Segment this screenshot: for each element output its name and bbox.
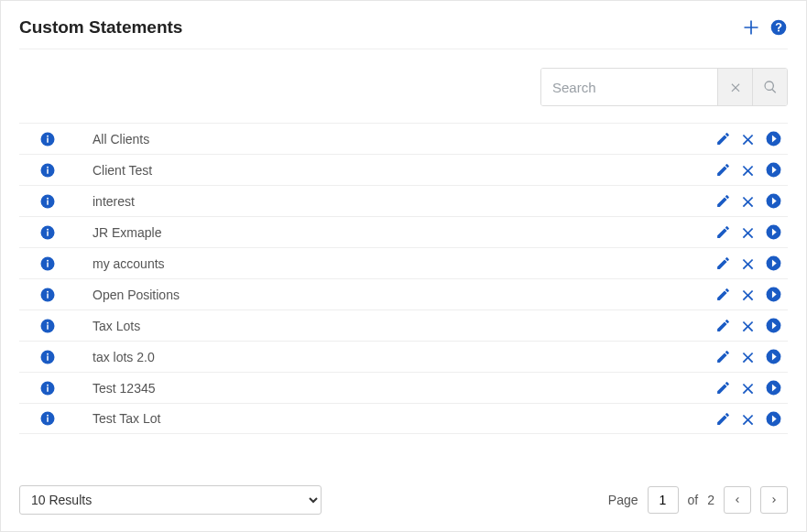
delete-icon[interactable]: [740, 380, 756, 396]
info-icon[interactable]: [39, 349, 56, 365]
list-item: JR Exmaple: [19, 216, 788, 247]
edit-icon[interactable]: [715, 255, 731, 271]
run-icon[interactable]: [765, 348, 782, 365]
run-icon[interactable]: [765, 192, 782, 210]
row-info-cell: [39, 287, 93, 303]
list-item: All Clients: [19, 123, 788, 154]
svg-rect-38: [47, 418, 49, 422]
delete-icon[interactable]: [740, 411, 756, 427]
add-icon[interactable]: [742, 18, 760, 37]
page-total: 2: [707, 493, 714, 507]
info-icon[interactable]: [39, 131, 56, 147]
row-info-cell: [39, 349, 93, 365]
list-item: interest: [19, 185, 788, 216]
row-info-cell: [39, 410, 93, 427]
list-item: Open Positions: [19, 278, 788, 309]
info-icon[interactable]: [39, 224, 56, 241]
info-icon[interactable]: [39, 193, 56, 210]
run-icon[interactable]: [765, 130, 782, 147]
svg-rect-18: [47, 262, 49, 266]
run-icon[interactable]: [765, 255, 782, 272]
run-icon[interactable]: [765, 286, 782, 303]
edit-icon[interactable]: [715, 349, 731, 364]
info-icon[interactable]: [39, 162, 56, 179]
page-current-input[interactable]: [648, 486, 679, 514]
custom-statements-panel: Custom Statements All Client: [0, 0, 807, 532]
search-clear-button[interactable]: [717, 69, 752, 105]
row-actions: [715, 286, 782, 303]
edit-icon[interactable]: [715, 287, 731, 302]
list-item: tax lots 2.0: [19, 341, 788, 372]
svg-rect-10: [47, 200, 49, 204]
svg-rect-2: [47, 137, 49, 142]
edit-icon[interactable]: [715, 380, 731, 396]
delete-icon[interactable]: [740, 287, 756, 302]
run-icon[interactable]: [765, 223, 782, 241]
run-icon[interactable]: [765, 410, 782, 428]
info-icon[interactable]: [39, 318, 56, 334]
edit-icon[interactable]: [715, 193, 731, 209]
search-submit-button[interactable]: [752, 69, 787, 105]
chevron-right-icon: [769, 494, 780, 505]
search-input[interactable]: [541, 69, 717, 105]
edit-icon[interactable]: [715, 318, 731, 333]
row-actions: [715, 348, 782, 365]
info-icon[interactable]: [39, 380, 56, 396]
row-info-cell: [39, 193, 93, 210]
edit-icon[interactable]: [715, 224, 731, 240]
run-icon[interactable]: [765, 379, 782, 396]
search-icon: [763, 80, 778, 94]
row-info-cell: [39, 380, 93, 396]
search-group: [540, 68, 788, 106]
row-actions: [715, 223, 782, 241]
delete-icon[interactable]: [740, 349, 756, 364]
info-icon[interactable]: [39, 287, 56, 303]
row-actions: [715, 192, 782, 210]
list-item: Client Test: [19, 154, 788, 185]
svg-point-23: [47, 290, 49, 292]
search-row: [19, 49, 788, 123]
list-item: Test Tax Lot: [19, 403, 788, 434]
row-info-cell: [39, 255, 93, 272]
page-next-button[interactable]: [760, 486, 788, 514]
info-icon[interactable]: [39, 410, 56, 427]
edit-icon[interactable]: [715, 162, 731, 178]
svg-point-19: [47, 259, 49, 261]
close-icon: [729, 81, 742, 93]
row-label: tax lots 2.0: [93, 350, 715, 364]
row-actions: [715, 410, 782, 428]
run-icon[interactable]: [765, 161, 782, 179]
page-of-label: of: [688, 493, 699, 507]
pager: Page of 2: [608, 486, 788, 514]
row-actions: [715, 317, 782, 334]
row-label: Test Tax Lot: [93, 411, 715, 426]
list-item: Test 12345: [19, 372, 788, 403]
chevron-left-icon: [732, 494, 743, 505]
delete-icon[interactable]: [740, 255, 756, 271]
delete-icon[interactable]: [740, 224, 756, 240]
info-icon[interactable]: [39, 255, 56, 272]
row-label: Open Positions: [93, 288, 715, 302]
svg-point-11: [47, 197, 49, 199]
row-info-cell: [39, 162, 93, 179]
svg-point-27: [47, 321, 49, 323]
row-label: my accounts: [93, 256, 715, 271]
page-size-select[interactable]: 10 Results: [19, 485, 322, 515]
edit-icon[interactable]: [715, 411, 731, 427]
row-label: JR Exmaple: [93, 225, 715, 240]
run-icon[interactable]: [765, 317, 782, 334]
row-label: Tax Lots: [93, 319, 715, 333]
row-actions: [715, 130, 782, 147]
delete-icon[interactable]: [740, 162, 756, 178]
svg-point-31: [47, 353, 49, 354]
page-prev-button[interactable]: [724, 486, 751, 514]
delete-icon[interactable]: [740, 193, 756, 209]
svg-point-7: [47, 166, 49, 168]
footer: 10 Results Page of 2: [19, 485, 788, 515]
delete-icon[interactable]: [740, 131, 756, 147]
edit-icon[interactable]: [715, 131, 731, 147]
row-label: Test 12345: [93, 381, 715, 396]
help-icon[interactable]: [769, 18, 788, 37]
delete-icon[interactable]: [740, 318, 756, 333]
svg-rect-26: [47, 324, 49, 329]
